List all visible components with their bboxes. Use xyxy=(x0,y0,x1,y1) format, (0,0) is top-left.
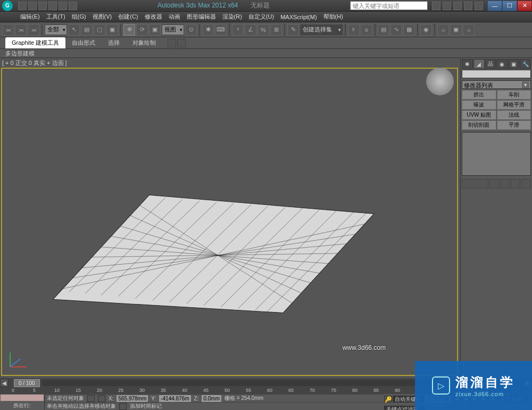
angle-snap-icon[interactable]: ∠ xyxy=(245,24,256,36)
selection-filter-dropdown[interactable]: 全部 xyxy=(45,24,67,35)
modifier-stack[interactable] xyxy=(462,132,531,176)
pivot-center-icon[interactable]: ⊙ xyxy=(185,24,197,36)
create-tab-icon[interactable]: ✺ xyxy=(462,59,473,69)
ribbon-dropdown-icon[interactable] xyxy=(177,39,186,47)
move-icon[interactable]: ✥ xyxy=(123,24,135,36)
hierarchy-tab-icon[interactable]: 品 xyxy=(485,59,496,69)
render-setup-icon[interactable]: ☼ xyxy=(437,24,449,36)
preset-normal[interactable]: 法线 xyxy=(497,110,531,120)
rendered-frame-icon[interactable]: ▣ xyxy=(450,24,462,36)
menu-rendering[interactable]: 渲染(R) xyxy=(219,12,245,22)
unlink-icon[interactable]: ⫘ xyxy=(15,24,27,36)
menu-animation[interactable]: 动画 xyxy=(165,12,184,22)
menu-maxscript[interactable]: MAXScript(M) xyxy=(277,13,320,21)
material-editor-icon[interactable]: ◉ xyxy=(420,24,432,36)
viewcube[interactable] xyxy=(426,68,454,95)
qat-dropdown-icon[interactable] xyxy=(69,2,77,10)
manipulate-icon[interactable]: ✱ xyxy=(202,24,214,36)
ribbon-minimize-icon[interactable] xyxy=(168,39,176,47)
bind-spacewarp-icon[interactable]: ⫘ xyxy=(28,24,39,36)
ribbon-tab-paint[interactable]: 对象绘制 xyxy=(126,37,162,48)
minimize-button[interactable]: — xyxy=(487,1,502,11)
preset-extrude[interactable]: 挤出 xyxy=(462,90,496,100)
menu-edit[interactable]: 编辑(E) xyxy=(17,12,43,22)
z-coord-field[interactable]: 0.0mm xyxy=(202,395,221,402)
ribbon-panel-label[interactable]: 多边形建模 xyxy=(0,49,532,58)
preset-smooth[interactable]: 平滑 xyxy=(497,120,531,130)
timetag-icon[interactable] xyxy=(119,403,127,410)
select-region-icon[interactable]: ▢ xyxy=(94,24,105,36)
edit-named-sel-icon[interactable]: ✎ xyxy=(287,24,299,36)
select-object-icon[interactable]: ↖ xyxy=(68,24,80,36)
time-slider-handle[interactable]: 0 / 100 xyxy=(14,379,40,387)
display-tab-icon[interactable]: ▣ xyxy=(508,59,519,69)
menu-tools[interactable]: 工具(T) xyxy=(43,12,69,22)
key-icon[interactable]: 🔑 xyxy=(384,396,392,403)
named-selection-dropdown[interactable]: 创建选择集 xyxy=(300,24,343,35)
remove-modifier-icon[interactable] xyxy=(511,179,520,188)
qat-undo-icon[interactable] xyxy=(48,2,57,10)
search-icon[interactable] xyxy=(432,2,440,10)
app-icon[interactable]: G xyxy=(2,1,13,11)
maxscript-mini-listener[interactable]: 所在行: xyxy=(0,394,45,410)
utilities-tab-icon[interactable]: 🔧 xyxy=(520,59,531,69)
exchange-icon[interactable] xyxy=(453,2,462,10)
menu-view[interactable]: 视图(V) xyxy=(89,12,115,22)
x-coord-field[interactable]: 565.978mm xyxy=(117,395,148,402)
qat-new-icon[interactable] xyxy=(18,2,27,10)
ref-coord-dropdown[interactable]: 视图 xyxy=(162,24,184,35)
menu-group[interactable]: 组(G) xyxy=(69,12,89,22)
preset-lathe[interactable]: 车削 xyxy=(497,90,531,100)
modify-tab-icon[interactable]: ◢ xyxy=(473,59,485,69)
window-crossing-icon[interactable]: ▣ xyxy=(106,24,118,36)
mirror-icon[interactable]: ⊧ xyxy=(348,24,360,36)
viewport[interactable] xyxy=(1,68,458,376)
axis-gizmo-icon[interactable] xyxy=(7,348,29,370)
rotate-icon[interactable]: ⟳ xyxy=(136,24,148,36)
layers-icon[interactable]: ▤ xyxy=(378,24,389,36)
ribbon-tab-selection[interactable]: 选择 xyxy=(102,37,126,48)
ribbon-tab-freeform[interactable]: 自由形式 xyxy=(65,37,102,48)
menu-modifiers[interactable]: 修改器 xyxy=(142,12,165,22)
snap-toggle-icon[interactable]: ³ xyxy=(232,24,244,36)
spinner-snap-icon[interactable]: ⊞ xyxy=(270,24,282,36)
preset-noise[interactable]: 噪波 xyxy=(462,100,496,110)
qat-save-icon[interactable] xyxy=(38,2,47,10)
configure-sets-icon[interactable] xyxy=(521,179,531,188)
preset-slice[interactable]: 剖切剖面 xyxy=(462,120,496,130)
menu-customize[interactable]: 自定义(U) xyxy=(245,12,277,22)
viewport-label[interactable]: [ + 0 正交 0 真实 + 边面 ] xyxy=(2,59,67,67)
align-icon[interactable]: ≡ xyxy=(361,24,372,36)
show-end-result-icon[interactable] xyxy=(489,179,499,188)
y-coord-field[interactable]: -4144.876m xyxy=(159,395,190,402)
pin-stack-icon[interactable] xyxy=(462,179,488,188)
curve-editor-icon[interactable]: ∿ xyxy=(390,24,402,36)
select-by-name-icon[interactable]: ▤ xyxy=(81,24,93,36)
link-icon[interactable]: ⫘ xyxy=(2,24,14,36)
render-prod-icon[interactable]: ☼ xyxy=(463,24,475,36)
preset-uvwmap[interactable]: UVW 贴图 xyxy=(462,110,496,120)
maximize-button[interactable]: ☐ xyxy=(502,1,517,11)
favorites-icon[interactable] xyxy=(464,2,472,10)
scale-icon[interactable]: ▣ xyxy=(149,24,161,36)
modifier-list-dropdown[interactable]: 修改器列表 xyxy=(462,80,531,89)
qat-redo-icon[interactable] xyxy=(59,2,67,10)
help-search-input[interactable] xyxy=(350,1,428,10)
coord-display-icon[interactable] xyxy=(98,395,105,402)
ribbon-tab-graphite[interactable]: Graphite 建模工具 xyxy=(5,37,65,48)
subscription-icon[interactable] xyxy=(443,2,451,10)
lock-icon[interactable] xyxy=(87,395,95,402)
qat-open-icon[interactable] xyxy=(28,2,37,10)
preset-meshsmooth[interactable]: 网格平滑 xyxy=(497,100,531,110)
keyboard-shortcut-icon[interactable]: ⌨ xyxy=(215,24,227,36)
schematic-view-icon[interactable]: ▦ xyxy=(403,24,415,36)
menu-help[interactable]: 帮助(H) xyxy=(320,12,346,22)
percent-snap-icon[interactable]: % xyxy=(257,24,269,36)
menu-graph-editors[interactable]: 图形编辑器 xyxy=(184,12,219,22)
prev-frame-icon[interactable]: ◀ xyxy=(0,379,9,387)
make-unique-icon[interactable] xyxy=(500,179,510,188)
help-icon[interactable] xyxy=(475,2,483,10)
motion-tab-icon[interactable]: ◉ xyxy=(496,59,508,69)
add-time-tag[interactable]: 添加时间标记 xyxy=(130,403,162,410)
close-button[interactable]: ✕ xyxy=(517,1,532,11)
